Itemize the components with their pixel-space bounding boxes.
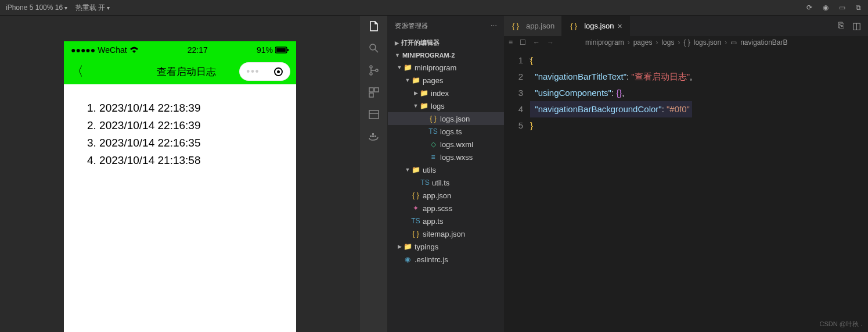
nav-back-icon[interactable]: ← [533,38,540,47]
new-file-icon[interactable]: ⎘ [838,20,844,31]
file-logs-ts[interactable]: TSlogs.ts [388,125,504,138]
file-app-json[interactable]: { }app.json [388,189,504,202]
extensions-icon[interactable] [368,87,380,98]
svg-rect-10 [369,93,373,97]
svg-rect-14 [372,135,374,137]
log-row: 2. 2023/10/14 22:16:39 [87,119,273,132]
phone-frame: ●●●●● WeChat 22:17 91% 〈 查看启动日志 [64,41,296,332]
editor-pane: { } app.json { } logs.json × ⎘ ◫ ≡ ☐ ← →… [504,16,868,332]
svg-rect-16 [372,133,374,135]
explorer-panel: 资源管理器 ⋯ ▶打开的编辑器 ▼MINIPROGRAM-2 ▼📁minipro… [388,16,504,332]
activity-bar [360,16,388,332]
refresh-icon[interactable]: ⟳ [806,3,812,12]
simulator-topbar: iPhone 5 100% 16 热重载 开 ⟳ ◉ ▭ ⧉ [0,0,868,16]
source-control-icon[interactable] [368,65,380,76]
layout-icon[interactable] [368,109,380,120]
fold-icon[interactable]: ⌄ [528,55,533,61]
file-app-ts[interactable]: TSapp.ts [388,215,504,227]
svg-rect-15 [374,135,376,137]
stop-icon[interactable]: ◉ [823,3,829,12]
simulator-pane: ●●●●● WeChat 22:17 91% 〈 查看启动日志 [0,16,360,332]
explorer-icon[interactable] [368,20,380,32]
signal-icon: ●●●●● [71,45,95,55]
logs-content: 1. 2023/10/14 22:18:39 2. 2023/10/14 22:… [64,84,296,332]
nav-forward-icon[interactable]: → [547,38,554,47]
file-logs-wxss[interactable]: ≡logs.wxss [388,151,504,163]
svg-rect-9 [374,88,379,92]
open-editors-section[interactable]: ▶打开的编辑器 [388,36,504,49]
log-row: 1. 2023/10/14 22:18:39 [87,102,273,115]
carrier-name: WeChat [98,45,127,55]
device-icon[interactable]: ▭ [839,3,845,12]
folder-typings[interactable]: ▶📁typings [388,240,504,253]
code-editor[interactable]: 1 2 3 4 5 ⌄ { "navigationBarTitleText": … [504,49,868,332]
explorer-title: 资源管理器 [395,22,428,30]
folder-pages[interactable]: ▼📁pages [388,74,504,87]
hot-reload-toggle[interactable]: 热重载 开 [75,3,110,13]
svg-rect-2 [287,49,289,51]
line-gutter: 1 2 3 4 5 ⌄ [504,49,530,332]
svg-rect-13 [370,135,372,137]
split-editor-icon[interactable]: ◫ [852,20,861,31]
file-sitemap-json[interactable]: { }sitemap.json [388,227,504,240]
capsule-close-icon[interactable] [274,67,283,76]
file-app-scss[interactable]: ✦app.scss [388,202,504,215]
log-row: 3. 2023/10/14 22:16:35 [87,137,273,149]
status-time: 22:17 [139,45,257,55]
menu-dots-icon[interactable]: ••• [247,66,260,77]
search-icon[interactable] [368,42,380,54]
file-util-ts[interactable]: TSutil.ts [388,176,504,189]
file-logs-wxml[interactable]: ◇logs.wxml [388,138,504,151]
svg-rect-8 [369,88,373,92]
svg-point-7 [376,69,378,72]
svg-point-6 [370,73,372,75]
tab-logs-json[interactable]: { } logs.json × [562,16,630,36]
svg-point-5 [370,66,372,68]
device-selector[interactable]: iPhone 5 100% 16 [6,3,67,12]
breadcrumb[interactable]: ≡ ☐ ← → miniprogram› pages› logs› { }log… [504,36,868,49]
project-section[interactable]: ▼MINIPROGRAM-2 [388,49,504,61]
file-tree: ▼📁miniprogram ▼📁pages ▶📁index ▼📁logs { }… [388,61,504,266]
wifi-icon [129,47,139,53]
file-eslintrc[interactable]: ◉.eslintrc.js [388,253,504,266]
svg-line-4 [375,49,378,52]
json-icon: { } [569,22,578,30]
phone-status-bar: ●●●●● WeChat 22:17 91% [64,41,296,59]
svg-point-3 [370,44,376,50]
watermark: CSDN @叶秋 . [819,320,862,329]
phone-nav-bar: 〈 查看启动日志 ••• [64,59,296,84]
explorer-more-icon[interactable]: ⋯ [491,22,498,30]
list-icon[interactable]: ≡ [509,38,513,47]
battery-pct: 91% [257,45,273,55]
svg-rect-11 [369,110,379,119]
close-tab-icon[interactable]: × [617,22,622,31]
popout-icon[interactable]: ⧉ [856,3,861,12]
folder-utils[interactable]: ▼📁utils [388,163,504,176]
folder-logs[interactable]: ▼📁logs [388,99,504,112]
editor-tabs: { } app.json { } logs.json × ⎘ ◫ [504,16,868,36]
file-logs-json[interactable]: { }logs.json [388,112,504,125]
json-icon: { } [511,22,520,30]
battery-icon [275,47,289,53]
tab-app-json[interactable]: { } app.json [504,16,562,36]
folder-miniprogram[interactable]: ▼📁miniprogram [388,61,504,74]
docker-icon[interactable] [368,131,380,142]
log-row: 4. 2023/10/14 21:13:58 [87,154,273,167]
folder-index[interactable]: ▶📁index [388,87,504,99]
svg-rect-1 [276,48,286,52]
capsule-menu[interactable]: ••• [239,62,290,81]
bookmark-icon[interactable]: ☐ [520,38,526,47]
back-icon[interactable]: 〈 [71,63,84,80]
